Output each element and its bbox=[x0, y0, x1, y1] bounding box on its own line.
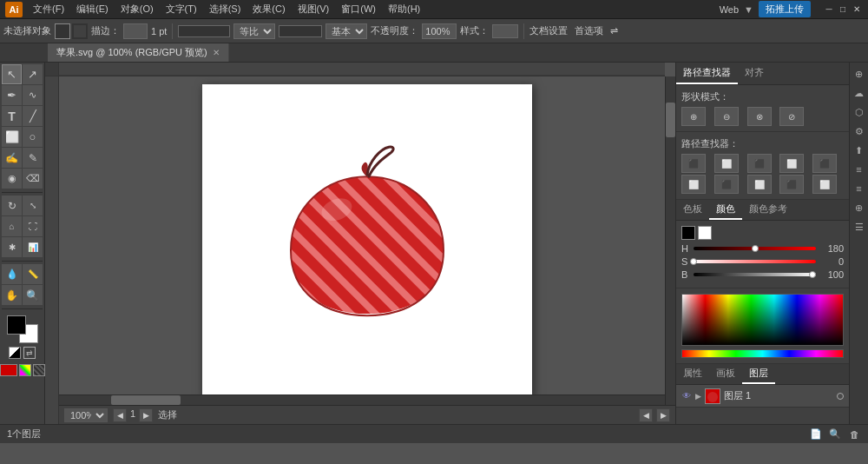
preferences-button[interactable]: 首选项 bbox=[575, 24, 603, 37]
right-col-btn-6[interactable]: ≡ bbox=[852, 162, 867, 177]
hand-tool[interactable]: ✋ bbox=[2, 285, 22, 305]
menu-view[interactable]: 视图(V) bbox=[293, 1, 335, 17]
direct-selection-tool[interactable]: ↗ bbox=[23, 64, 43, 84]
selection-tool[interactable]: ↖ bbox=[2, 64, 22, 84]
minimize-button[interactable]: ─ bbox=[823, 3, 835, 16]
border-input[interactable] bbox=[123, 23, 148, 39]
vertical-scrollbar-thumb[interactable] bbox=[666, 103, 675, 137]
maximize-button[interactable]: □ bbox=[837, 3, 849, 16]
menu-edit[interactable]: 编辑(E) bbox=[71, 1, 114, 17]
stroke-type-select[interactable]: 等比 bbox=[233, 23, 275, 39]
menu-help[interactable]: 帮助(H) bbox=[383, 1, 425, 17]
right-col-btn-4[interactable]: ⚙ bbox=[852, 123, 867, 139]
layer-item[interactable]: 👁 ▶ 图层 1 bbox=[676, 385, 849, 408]
tab-color-guide[interactable]: 颜色参考 bbox=[742, 200, 794, 220]
pencil-tool[interactable]: ✎ bbox=[23, 148, 43, 168]
b-thumb[interactable] bbox=[809, 271, 816, 278]
menu-effect[interactable]: 效果(C) bbox=[247, 1, 290, 17]
b-slider[interactable] bbox=[694, 273, 816, 276]
tab-artboard[interactable]: 画板 bbox=[709, 364, 742, 384]
menu-file[interactable]: 文件(F) bbox=[28, 1, 69, 17]
new-layer-button[interactable]: 📄 bbox=[809, 428, 823, 441]
pf-btn-3[interactable]: ⬛ bbox=[747, 154, 772, 173]
tab-swatches[interactable]: 色板 bbox=[676, 200, 709, 220]
symbol-sprayer-tool[interactable]: ✱ bbox=[2, 237, 22, 257]
style-preview[interactable] bbox=[492, 24, 518, 38]
free-transform-tool[interactable]: ⛶ bbox=[23, 216, 43, 236]
stroke-preview1[interactable] bbox=[178, 25, 230, 37]
pf-btn-6[interactable]: ⬜ bbox=[681, 175, 706, 194]
rect-tool[interactable]: ⬜ bbox=[2, 127, 22, 147]
foreground-color-swatch[interactable] bbox=[7, 315, 26, 335]
text-tool[interactable]: T bbox=[2, 106, 22, 126]
tab-attributes[interactable]: 属性 bbox=[676, 364, 709, 384]
scale-tool[interactable]: ⤡ bbox=[23, 196, 43, 215]
layer-expand-icon[interactable]: ▶ bbox=[695, 392, 701, 401]
zoom-tool[interactable]: 🔍 bbox=[23, 285, 43, 305]
pf-btn-4[interactable]: ⬜ bbox=[779, 154, 804, 173]
pf-btn-9[interactable]: ⬛ bbox=[779, 175, 804, 194]
right-col-btn-3[interactable]: ⬡ bbox=[852, 104, 867, 120]
h-slider[interactable] bbox=[694, 247, 816, 250]
tab-layers[interactable]: 图层 bbox=[742, 364, 775, 384]
pf-btn-5[interactable]: ⬛ bbox=[812, 154, 837, 173]
pen-tool[interactable]: ✒ bbox=[2, 85, 22, 105]
shape-mode-btn-2[interactable]: ⊖ bbox=[714, 107, 739, 126]
bottom-arrow-right[interactable]: ▶ bbox=[656, 408, 670, 422]
document-tab[interactable]: 苹果.svg @ 100% (RGB/GPU 预览) ✕ bbox=[48, 43, 229, 62]
graph-tool[interactable]: 📊 bbox=[23, 237, 43, 257]
menu-type[interactable]: 文字(T) bbox=[161, 1, 202, 17]
swap-colors-button[interactable]: ⇄ bbox=[23, 347, 36, 359]
right-col-btn-7[interactable]: ≡ bbox=[852, 181, 867, 196]
pf-btn-7[interactable]: ⬛ bbox=[714, 175, 739, 194]
shape-mode-btn-3[interactable]: ⊗ bbox=[747, 107, 772, 126]
menu-select[interactable]: 选择(S) bbox=[204, 1, 247, 17]
right-col-btn-8[interactable]: ⊕ bbox=[852, 200, 867, 215]
default-colors-button[interactable] bbox=[9, 347, 21, 359]
zoom-select[interactable]: 100% bbox=[64, 408, 108, 422]
close-button[interactable]: ✕ bbox=[851, 3, 863, 16]
pf-btn-2[interactable]: ⬜ bbox=[714, 154, 739, 173]
layer-visibility-icon[interactable]: 👁 bbox=[681, 391, 692, 401]
fill-swatch[interactable] bbox=[55, 23, 70, 39]
tab-pathfinder[interactable]: 路径查找器 bbox=[676, 63, 738, 84]
horizontal-scrollbar[interactable] bbox=[59, 394, 665, 405]
tab-align[interactable]: 对齐 bbox=[738, 63, 771, 84]
measure-tool[interactable]: 📏 bbox=[23, 264, 43, 284]
gradient-button[interactable] bbox=[19, 364, 31, 376]
ellipse-tool[interactable]: ○ bbox=[23, 127, 43, 147]
warp-tool[interactable]: ⌂ bbox=[2, 216, 22, 236]
blob-brush-tool[interactable]: ◉ bbox=[2, 169, 22, 189]
right-col-btn-9[interactable]: ☰ bbox=[852, 219, 867, 235]
eyedropper-tool[interactable]: 💧 bbox=[2, 264, 22, 284]
eraser-tool[interactable]: ⌫ bbox=[23, 169, 43, 189]
stroke-preview2[interactable] bbox=[279, 25, 322, 37]
vertical-scrollbar[interactable] bbox=[665, 76, 675, 405]
shape-mode-btn-4[interactable]: ⊘ bbox=[779, 107, 804, 126]
menu-object[interactable]: 对象(O) bbox=[115, 1, 159, 17]
arrange-icon[interactable]: ⇌ bbox=[610, 25, 618, 36]
opacity-input[interactable] bbox=[422, 23, 457, 39]
color-mode-button[interactable] bbox=[0, 364, 17, 376]
color-spectrum[interactable] bbox=[681, 294, 844, 346]
right-col-btn-2[interactable]: ☁ bbox=[852, 85, 867, 101]
s-thumb[interactable] bbox=[690, 258, 697, 265]
prev-page-button[interactable]: ◀ bbox=[113, 408, 127, 422]
tab-close-button[interactable]: ✕ bbox=[213, 48, 220, 57]
menu-window[interactable]: 窗口(W) bbox=[336, 1, 381, 17]
paintbrush-tool[interactable]: ✍ bbox=[2, 148, 22, 168]
delete-layer-button[interactable]: 🗑 bbox=[847, 428, 861, 441]
stroke-swatch[interactable] bbox=[72, 23, 88, 39]
none-button[interactable] bbox=[33, 364, 45, 376]
cloud-upload-button[interactable]: 拓推上传 bbox=[759, 1, 811, 17]
search-button[interactable]: 🔍 bbox=[828, 428, 842, 441]
stroke-style-select[interactable]: 基本 bbox=[326, 23, 367, 39]
next-page-button[interactable]: ▶ bbox=[139, 408, 153, 422]
pf-btn-10[interactable]: ⬜ bbox=[812, 175, 837, 194]
h-thumb[interactable] bbox=[752, 245, 759, 252]
bottom-arrow-left[interactable]: ◀ bbox=[639, 408, 653, 422]
layer-target-dot[interactable] bbox=[837, 393, 844, 400]
line-tool[interactable]: ╱ bbox=[23, 106, 43, 126]
tab-color[interactable]: 颜色 bbox=[709, 200, 742, 220]
horizontal-scrollbar-thumb[interactable] bbox=[111, 395, 181, 405]
